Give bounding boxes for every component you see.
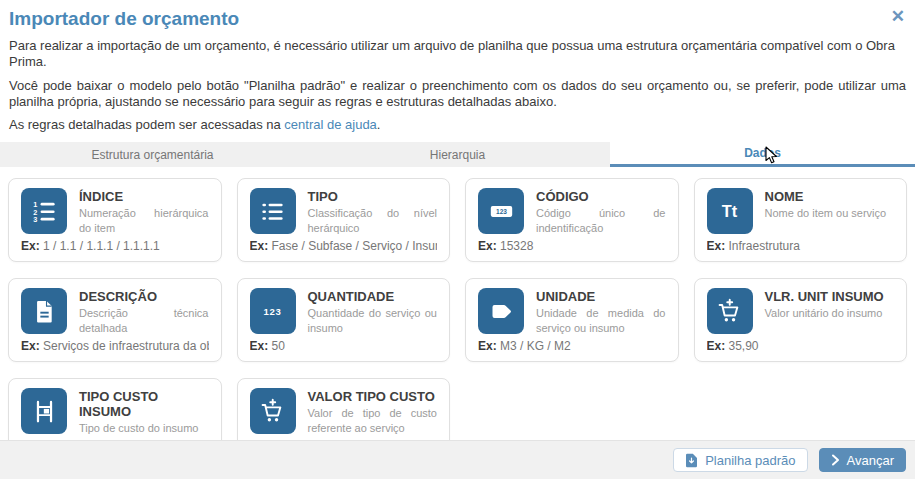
field-card-description: Classificação do nível herárquico [308,206,438,235]
example-value: Serviços de infraestrutura da obra [43,339,208,353]
close-icon[interactable]: ✕ [891,8,905,25]
intro-paragraph-3-period: . [377,117,381,132]
cart-plus-icon [250,388,296,434]
avancar-button[interactable]: Avançar [819,448,906,472]
field-card-description: Tipo de custo do insumo [79,421,209,435]
field-card-tipo: TIPO Classificação do nível herárquico E… [237,178,451,262]
ordered-list-icon: 123 [21,188,67,234]
shelf-icon [21,388,67,434]
numbers-123-icon: 123 [250,288,296,334]
example-label: Ex: [21,239,43,253]
field-card-description: Descrição técnica detalhada [79,306,209,335]
field-card-description: Valor de tipo de custo referente ao serv… [308,406,438,435]
intro-paragraph-2: Você pode baixar o modelo pelo botão "Pl… [9,78,906,111]
field-card-unidade: UNIDADE Unidade de medida do serviço ou … [465,278,679,362]
field-card-title: QUANTIDADE [308,289,438,304]
field-card-text: NOME Nome do item ou serviço [765,188,887,234]
intro-paragraph-1: Para realizar a importação de um orçamen… [9,38,906,71]
svg-text:123: 123 [264,306,282,317]
tag-icon [478,288,524,334]
field-card-codigo: 123 CÓDIGO Código único de indentificaçã… [465,178,679,262]
cards-grid: 123 ÍNDICE Numeração hierárquica do item… [0,167,915,462]
code-123-box-icon: 123 [478,188,524,234]
field-card-text: TIPO CUSTO INSUMO Tipo de custo do insum… [79,388,209,435]
field-card-description: Valor unitário do insumo [765,306,884,320]
example-label: Ex: [478,339,500,353]
spreadsheet-download-icon [685,453,698,468]
field-card-descricao: DESCRIÇÃO Descrição técnica detalhada Ex… [8,278,222,362]
help-center-link[interactable]: central de ajuda [284,117,377,132]
field-card-text: CÓDIGO Código único de indentificação [536,188,666,235]
field-card-example: Ex: 50 [250,339,438,353]
field-card-top: DESCRIÇÃO Descrição técnica detalhada [21,288,209,335]
field-card-title: UNIDADE [536,289,666,304]
field-card-text: QUANTIDADE Quantidade do serviço ou insu… [308,288,438,335]
field-card-text: VLR. UNIT INSUMO Valor unitário do insum… [765,288,884,334]
example-value: 1 / 1.1 / 1.1.1 / 1.1.1.1 [43,239,160,253]
example-label: Ex: [478,239,500,253]
planilha-padrao-button[interactable]: Planilha padrão [673,448,807,472]
example-label: Ex: [21,339,43,353]
text-format-icon: Tt [707,188,753,234]
example-value: Fase / Subfase / Serviço / Insumo [272,239,437,253]
field-card-example: Ex: Serviços de infraestrutura da obra [21,339,209,353]
field-card-description: Numeração hierárquica do item [79,206,209,235]
example-label: Ex: [250,239,272,253]
field-card-top: VALOR TIPO CUSTO Valor de tipo de custo … [250,388,438,435]
field-card-text: ÍNDICE Numeração hierárquica do item [79,188,209,235]
field-card-top: 123 QUANTIDADE Quantidade do serviço ou … [250,288,438,335]
field-card-text: TIPO Classificação do nível herárquico [308,188,438,235]
example-label: Ex: [250,339,272,353]
modal-header-area: Importador de orçamento ✕ Para realizar … [0,8,915,133]
field-card-indice: 123 ÍNDICE Numeração hierárquica do item… [8,178,222,262]
field-card-title: DESCRIÇÃO [79,289,209,304]
field-card-title: TIPO [308,189,438,204]
field-card-text: DESCRIÇÃO Descrição técnica detalhada [79,288,209,335]
tab-bar: Estrutura orçamentáriaHierarquiaDados [0,142,915,167]
field-card-example: Ex: 15328 [478,239,666,253]
example-value: M3 / KG / M2 [500,339,571,353]
footer-bar: Planilha padrão Avançar [0,440,915,479]
field-card-example: Ex: Fase / Subfase / Serviço / Insumo [250,239,438,253]
example-label: Ex: [707,339,729,353]
list-icon [250,188,296,234]
field-card-example: Ex: M3 / KG / M2 [478,339,666,353]
field-card-title: TIPO CUSTO INSUMO [79,389,209,419]
intro-paragraph-3-text: As regras detalhadas podem ser acessadas… [9,117,284,132]
field-card-top: UNIDADE Unidade de medida do serviço ou … [478,288,666,335]
field-card-example: Ex: Infraestrutura [707,239,895,253]
field-card-title: NOME [765,189,887,204]
tab-dados[interactable]: Dados [610,142,915,167]
field-card-top: VLR. UNIT INSUMO Valor unitário do insum… [707,288,895,334]
example-value: Infraestrutura [729,239,800,253]
field-card-example: Ex: 1 / 1.1 / 1.1.1 / 1.1.1.1 [21,239,209,253]
cart-plus-icon [707,288,753,334]
field-card-description: Unidade de medida do serviço ou insumo [536,306,666,335]
field-card-text: UNIDADE Unidade de medida do serviço ou … [536,288,666,335]
example-value: 35,90 [729,339,759,353]
example-label: Ex: [707,239,729,253]
field-card-top: TIPO Classificação do nível herárquico [250,188,438,235]
document-icon [21,288,67,334]
field-card-example: Ex: 35,90 [707,339,895,353]
field-card-text: VALOR TIPO CUSTO Valor de tipo de custo … [308,388,438,435]
field-card-title: VALOR TIPO CUSTO [308,389,438,404]
field-card-vlr-unit-insumo: VLR. UNIT INSUMO Valor unitário do insum… [694,278,908,362]
field-card-top: 123 ÍNDICE Numeração hierárquica do item [21,188,209,235]
field-card-title: VLR. UNIT INSUMO [765,289,884,304]
chevron-right-icon [831,454,840,466]
field-card-description: Código único de indentificação [536,206,666,235]
example-value: 15328 [500,239,533,253]
tab-hierarquia[interactable]: Hierarquia [305,142,610,167]
svg-text:3: 3 [33,215,37,224]
tab-estrutura-orcamentaria[interactable]: Estrutura orçamentária [0,142,305,167]
field-card-nome: Tt NOME Nome do item ou serviço Ex: Infr… [694,178,908,262]
field-card-top: Tt NOME Nome do item ou serviço [707,188,895,234]
page-title: Importador de orçamento [9,8,906,30]
planilha-padrao-label: Planilha padrão [705,453,795,468]
example-value: 50 [272,339,285,353]
field-card-description: Quantidade do serviço ou insumo [308,306,438,335]
field-card-title: ÍNDICE [79,189,209,204]
svg-text:123: 123 [496,208,507,215]
field-card-description: Nome do item ou serviço [765,206,887,220]
